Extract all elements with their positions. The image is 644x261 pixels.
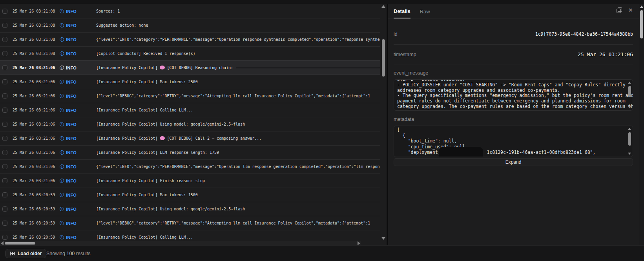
row-checkbox[interactable] [2,65,7,70]
row-level-text: INFO [66,108,77,113]
row-message: Sources: 1 [96,9,380,13]
info-circle-icon [60,37,64,42]
metadata-box[interactable]: [ { "boot_time": null, "cpu_time_used": … [394,126,633,157]
vertical-scrollbar-thumb[interactable] [382,39,385,77]
field-row-timestamp: timestamp 25 Mar 26 03:21:06 [394,45,633,64]
row-message: {"level":"DEBUG","category":"RETRY","mes… [96,94,380,98]
window-scrollbar[interactable] [639,4,644,245]
log-row[interactable]: 25 Mar 26 03:21:06 INFO {"level":"INFO",… [0,159,380,173]
log-row[interactable]: 25 Mar 26 03:21:06 INFO [Insurance Polic… [0,103,380,117]
row-level-badge: INFO [60,207,77,212]
log-row[interactable]: 25 Mar 26 03:21:06 INFO [Insurance Polic… [0,117,380,131]
scroll-left-arrow-icon[interactable] [1,241,4,245]
metadata-scrollbar[interactable] [628,127,632,156]
row-timestamp: 25 Mar 26 03:21:08 [13,51,55,56]
row-level-text: INFO [66,179,77,183]
info-circle-icon [60,51,64,56]
row-checkbox[interactable] [2,23,7,28]
scrollbar-thumb[interactable] [628,86,631,97]
event-message-text: STEP 2 — Locate evidence. - POLICY_DOSSI… [394,79,633,110]
row-level-text: INFO [66,80,77,84]
log-panel: 25 Mar 26 03:21:08 INFO Sources: 1 25 Ma… [0,4,387,245]
log-row[interactable]: 25 Mar 26 03:20:59 INFO [Insurance Polic… [0,202,380,216]
row-level-text: INFO [66,9,77,14]
row-checkbox[interactable] [2,9,7,14]
row-checkbox[interactable] [2,164,7,169]
log-row[interactable]: 25 Mar 26 03:21:08 INFO {"level":"INFO",… [0,32,380,46]
row-checkbox[interactable] [2,206,7,212]
row-checkbox[interactable] [2,51,7,56]
scroll-down-arrow-icon[interactable] [628,106,631,109]
copy-icon[interactable] [617,7,622,13]
scroll-right-arrow-icon[interactable] [358,241,360,245]
log-vertical-scrollbar[interactable] [381,4,386,241]
log-row[interactable]: 25 Mar 26 03:21:06 INFO [Insurance Polic… [0,145,380,159]
event-message-scrollbar[interactable] [628,80,632,110]
window-scrollbar-thumb[interactable] [640,10,643,38]
details-tabbar: Details Raw ✕ [388,4,639,18]
log-row[interactable]: 25 Mar 26 03:21:06 INFO {"level":"DEBUG"… [0,89,380,103]
log-rows-container: 25 Mar 26 03:21:08 INFO Sources: 1 25 Ma… [0,4,380,241]
row-message: [Insurance Policy Copilot] Calling LLM..… [96,235,380,239]
results-count: 100 [66,251,75,256]
row-timestamp: 25 Mar 26 03:21:06 [13,164,55,169]
log-viewer-app: 25 Mar 26 03:21:08 INFO Sources: 1 25 Ma… [0,0,644,261]
info-circle-icon [60,235,64,239]
tooltip-overlay [439,147,483,157]
row-checkbox[interactable] [2,221,7,226]
tab-raw[interactable]: Raw [420,9,430,18]
row-timestamp: 25 Mar 26 03:21:08 [13,37,55,42]
scroll-down-arrow-icon[interactable] [381,237,385,240]
log-row[interactable]: 25 Mar 26 03:21:06 INFO [Insurance Polic… [0,173,380,188]
row-level-badge: INFO [60,136,77,141]
id-label: id [394,31,398,37]
row-checkbox[interactable] [2,136,7,141]
row-checkbox[interactable] [2,122,7,127]
row-message: [Insurance Policy Copilot] Calling LLM..… [96,108,380,112]
row-checkbox[interactable] [2,178,7,183]
row-checkbox[interactable] [2,192,7,197]
info-circle-icon [60,66,64,70]
row-message: {"level":"INFO","category":"PERFORMANCE"… [96,37,380,42]
brain-emoji-icon [160,66,165,69]
row-level-badge: INFO [60,235,77,240]
row-timestamp: 25 Mar 26 03:21:06 [13,66,55,70]
log-row[interactable]: 25 Mar 26 03:21:06 INFO [Insurance Polic… [0,75,380,89]
scroll-up-arrow-icon[interactable] [628,82,631,84]
row-level-badge: INFO [60,23,77,28]
tab-details[interactable]: Details [394,8,410,18]
log-row[interactable]: 25 Mar 26 03:20:59 INFO {"level":"DEBUG"… [0,216,380,230]
row-checkbox[interactable] [2,150,7,155]
row-checkbox[interactable] [2,79,7,84]
row-level-text: INFO [66,221,77,226]
row-checkbox[interactable] [2,235,7,240]
log-row[interactable]: 25 Mar 26 03:21:06 INFO [Insurance Polic… [0,60,380,75]
details-panel: Details Raw ✕ id 1c9f7073-95e8-4842-ba36… [387,4,639,245]
scrollbar-thumb[interactable] [628,132,631,146]
close-icon[interactable]: ✕ [628,7,633,13]
row-level-text: INFO [66,193,77,197]
row-timestamp: 25 Mar 26 03:20:59 [13,221,55,225]
row-checkbox[interactable] [2,108,7,113]
row-checkbox[interactable] [2,37,7,42]
row-level-text: INFO [66,23,77,28]
horizontal-scrollbar-thumb[interactable] [5,242,35,245]
log-row[interactable]: 25 Mar 26 03:20:59 INFO [Insurance Polic… [0,230,380,241]
info-circle-icon [60,94,64,98]
log-row[interactable]: 25 Mar 26 03:21:06 INFO [Insurance Polic… [0,131,380,145]
load-older-button[interactable]: Load older [5,249,46,258]
row-level-text: INFO [66,164,77,169]
log-row[interactable]: 25 Mar 26 03:21:08 INFO Sources: 1 [0,4,380,18]
log-row[interactable]: 25 Mar 26 03:21:08 INFO Suggested action… [0,18,380,32]
scroll-up-arrow-icon[interactable] [381,5,385,8]
row-checkbox[interactable] [2,93,7,99]
scroll-down-arrow-icon[interactable] [628,153,631,155]
row-message: [Insurance Policy Copilot] Max tokens: 2… [96,80,380,84]
event-message-box[interactable]: STEP 2 — Locate evidence. - POLICY_DOSSI… [394,79,633,111]
expand-button[interactable]: Expand [394,158,633,166]
metadata-text: [ { "boot_time": null, "cpu_time_used": … [394,127,633,155]
log-row[interactable]: 25 Mar 26 03:21:08 INFO [Copilot Conduct… [0,46,380,60]
log-row[interactable]: 25 Mar 26 03:20:59 INFO [Insurance Polic… [0,188,380,202]
scroll-up-arrow-icon[interactable] [628,128,631,130]
scroll-up-arrow-icon[interactable] [640,5,644,8]
